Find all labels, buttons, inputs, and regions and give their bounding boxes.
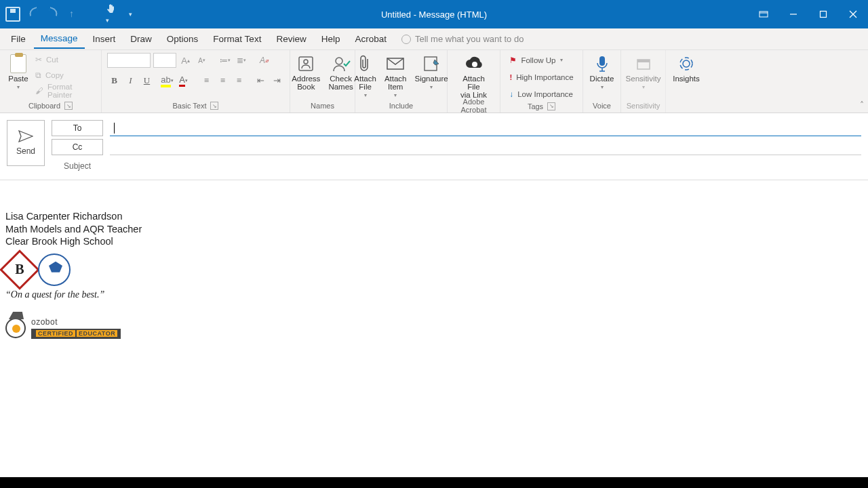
tags-dialog-launcher[interactable]: ↘ — [547, 102, 555, 110]
address-book-button[interactable]: Address Book — [289, 53, 323, 92]
clipboard-group-label: Clipboard — [28, 102, 60, 110]
svg-rect-12 — [599, 56, 605, 66]
school-seal-logo — [38, 253, 71, 286]
cut-button[interactable]: ✂Cut — [34, 53, 96, 66]
svg-rect-0 — [760, 12, 768, 17]
window-title: Untitled - Message (HTML) — [381, 9, 487, 20]
to-button[interactable]: To — [52, 120, 103, 136]
message-body[interactable]: Lisa Carpenter Richardson Math Models an… — [0, 180, 868, 477]
italic-button[interactable]: I — [123, 73, 138, 88]
send-button[interactable]: Send — [7, 120, 45, 166]
clear-formatting-button[interactable]: A⌀ — [258, 54, 271, 67]
scissors-icon: ✂ — [35, 55, 42, 64]
font-color-button[interactable]: A▾ — [176, 73, 191, 88]
tab-message[interactable]: Message — [34, 29, 85, 49]
tab-draw[interactable]: Draw — [123, 30, 159, 48]
decrease-indent-button[interactable]: ⇤ — [254, 73, 269, 88]
tab-acrobat[interactable]: Acrobat — [348, 30, 393, 48]
signature-title: Math Models and AQR Teacher — [5, 223, 863, 236]
paperclip-icon — [355, 54, 376, 73]
subject-input[interactable] — [110, 158, 861, 174]
follow-up-button[interactable]: ⚑Follow Up▾ — [508, 53, 564, 67]
clipboard-icon — [10, 54, 26, 73]
high-importance-button[interactable]: !High Importance — [508, 70, 574, 84]
close-button[interactable] — [838, 0, 868, 28]
tab-insert[interactable]: Insert — [86, 30, 123, 48]
ozobot-brand: ozobot — [31, 317, 121, 327]
sensitivity-group-label: Sensitivity — [627, 100, 660, 111]
insights-button[interactable]: Insights — [670, 53, 703, 84]
tell-me-placeholder: Tell me what you want to do — [415, 34, 524, 44]
touch-mode-icon[interactable]: ▾ — [106, 4, 115, 24]
signature-school: Clear Brook High School — [5, 235, 863, 248]
check-names-icon — [331, 54, 351, 73]
ribbon-display-icon[interactable] — [749, 0, 778, 28]
message-header: Send To Cc Subject — [0, 113, 868, 180]
signature-icon — [421, 54, 441, 73]
grow-font-button[interactable]: A▴ — [179, 54, 193, 67]
basic-text-dialog-launcher[interactable]: ↘ — [210, 102, 218, 110]
align-center-button[interactable]: ≡ — [216, 73, 231, 88]
to-input[interactable] — [110, 120, 861, 136]
copy-icon: ⧉ — [35, 71, 41, 80]
svg-rect-3 — [821, 12, 827, 18]
undo-icon[interactable] — [28, 8, 41, 20]
svg-rect-14 — [637, 60, 650, 62]
font-size-input[interactable] — [153, 53, 176, 68]
tell-me-search[interactable]: Tell me what you want to do — [401, 34, 524, 44]
format-painter-button[interactable]: 🖌Format Painter — [34, 84, 96, 98]
tab-format-text[interactable]: Format Text — [206, 30, 268, 48]
align-left-button[interactable]: ≡ — [199, 73, 214, 88]
align-right-button[interactable]: ≡ — [232, 73, 247, 88]
lightbulb-icon — [401, 35, 411, 44]
increase-indent-button[interactable]: ⇥ — [270, 73, 285, 88]
paintbrush-icon: 🖌 — [35, 87, 43, 95]
underline-button[interactable]: U — [140, 73, 155, 88]
tab-options[interactable]: Options — [160, 30, 205, 48]
exclamation-icon: ! — [509, 73, 512, 81]
bullets-button[interactable]: ≔▾ — [218, 54, 232, 67]
tab-file[interactable]: File — [4, 30, 33, 48]
svg-point-15 — [683, 60, 690, 67]
maximize-button[interactable] — [808, 0, 838, 28]
attach-file-via-link-button[interactable]: Attach File via Link — [453, 53, 494, 100]
names-group-label: Names — [311, 100, 334, 111]
microphone-icon — [592, 54, 612, 73]
signature-button[interactable]: Signature▾ — [412, 53, 451, 92]
collapse-ribbon-button[interactable]: ˄ — [860, 100, 864, 110]
school-logo-b — [0, 249, 40, 289]
ozobot-cert-label: CERTIFIEDEDUCATOR — [31, 329, 121, 340]
qat-customize-icon[interactable]: ▾ — [129, 11, 132, 18]
copy-button[interactable]: ⧉Copy — [34, 68, 96, 82]
svg-point-11 — [472, 62, 477, 67]
paste-button[interactable]: Paste ▾ — [5, 53, 31, 92]
flag-icon: ⚑ — [509, 56, 517, 65]
redo-icon[interactable] — [49, 8, 61, 20]
shrink-font-button[interactable]: A▾ — [195, 54, 209, 67]
minimize-button[interactable] — [778, 0, 808, 28]
address-book-icon — [296, 54, 316, 73]
clipboard-dialog-launcher[interactable]: ↘ — [64, 102, 73, 110]
signature-quote: “On a quest for the best.” — [5, 289, 863, 301]
tab-review[interactable]: Review — [269, 30, 313, 48]
highlight-button[interactable]: ab▾ — [160, 73, 175, 88]
bold-button[interactable]: B — [107, 73, 122, 88]
cc-input[interactable] — [110, 139, 861, 155]
basic-text-group-label: Basic Text — [173, 102, 207, 110]
low-importance-button[interactable]: ↓Low Importance — [508, 87, 574, 101]
ozobot-icon — [5, 318, 26, 338]
tags-group-label: Tags — [528, 102, 543, 110]
attach-file-button[interactable]: Attach File▾ — [351, 53, 379, 100]
insights-icon — [676, 54, 696, 73]
numbering-button[interactable]: ≣▾ — [235, 54, 248, 67]
up-arrow-icon[interactable]: ↑ — [69, 8, 81, 20]
cc-button[interactable]: Cc — [52, 139, 103, 155]
tab-help[interactable]: Help — [315, 30, 347, 48]
adobe-cloud-icon — [464, 54, 484, 73]
save-icon[interactable] — [5, 7, 20, 22]
attach-item-button[interactable]: Attach Item▾ — [382, 53, 410, 100]
subject-label: Subject — [52, 161, 103, 171]
down-arrow-icon: ↓ — [509, 90, 513, 98]
dictate-button[interactable]: Dictate▾ — [587, 53, 617, 92]
font-name-input[interactable] — [107, 53, 151, 68]
